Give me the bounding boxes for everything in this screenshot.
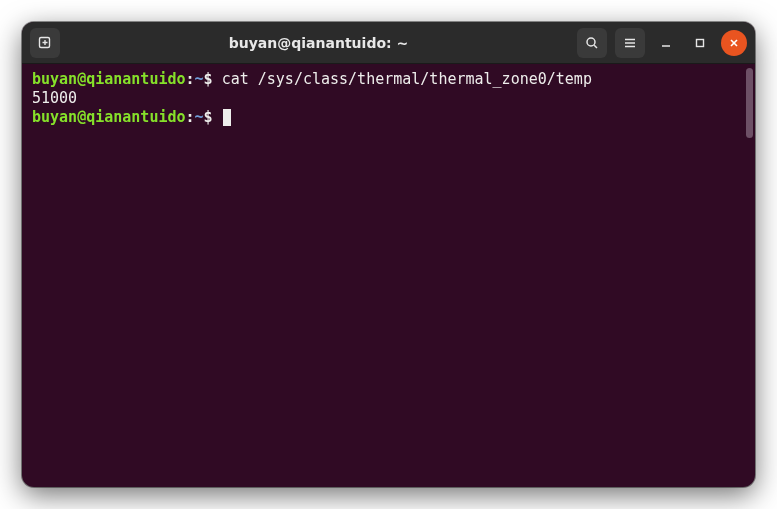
prompt-dollar: $ xyxy=(204,108,213,126)
prompt-user-host: buyan@qianantuido xyxy=(32,108,186,126)
text-cursor xyxy=(223,109,231,126)
search-button[interactable] xyxy=(577,28,607,58)
command-text: cat /sys/class/thermal/thermal_zone0/tem… xyxy=(213,70,592,88)
terminal-line: 51000 xyxy=(32,89,745,108)
svg-rect-9 xyxy=(697,39,704,46)
terminal-window: buyan@qianantuido: ~ xyxy=(22,22,755,487)
maximize-icon xyxy=(694,37,706,49)
scrollbar-thumb[interactable] xyxy=(746,68,753,138)
prompt-separator: : xyxy=(186,70,195,88)
close-button[interactable] xyxy=(721,30,747,56)
close-icon xyxy=(728,37,740,49)
new-tab-button[interactable] xyxy=(30,28,60,58)
titlebar: buyan@qianantuido: ~ xyxy=(22,22,755,64)
command-text xyxy=(213,108,222,126)
prompt-path: ~ xyxy=(195,108,204,126)
search-icon xyxy=(584,35,600,51)
maximize-button[interactable] xyxy=(687,30,713,56)
prompt-separator: : xyxy=(186,108,195,126)
prompt-dollar: $ xyxy=(204,70,213,88)
prompt-user-host: buyan@qianantuido xyxy=(32,70,186,88)
hamburger-icon xyxy=(622,35,638,51)
minimize-button[interactable] xyxy=(653,30,679,56)
menu-button[interactable] xyxy=(615,28,645,58)
terminal-line: buyan@qianantuido:~$ cat /sys/class/ther… xyxy=(32,70,745,89)
titlebar-left xyxy=(30,28,60,58)
titlebar-right xyxy=(577,28,747,58)
new-tab-icon xyxy=(37,35,53,51)
terminal-line: buyan@qianantuido:~$ xyxy=(32,108,745,127)
terminal-body[interactable]: buyan@qianantuido:~$ cat /sys/class/ther… xyxy=(22,64,755,487)
window-title: buyan@qianantuido: ~ xyxy=(68,35,569,51)
minimize-icon xyxy=(660,37,672,49)
svg-point-3 xyxy=(587,38,595,46)
svg-line-4 xyxy=(594,45,597,48)
prompt-path: ~ xyxy=(195,70,204,88)
output-text: 51000 xyxy=(32,89,77,107)
